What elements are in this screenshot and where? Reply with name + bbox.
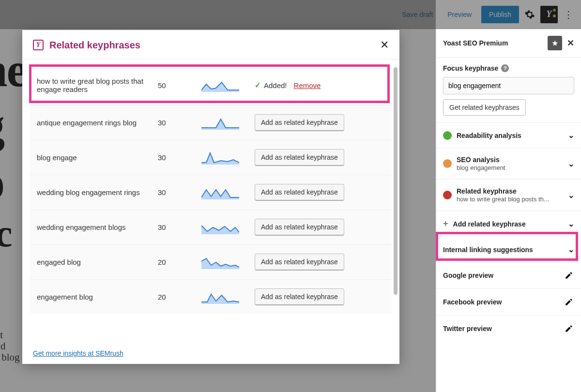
keyphrase-row: engagement blog 20 Add as related keyphr… xyxy=(30,280,392,314)
related-keyphrase-row[interactable]: Related keyphrasehow to write great blog… xyxy=(436,180,581,211)
add-keyphrase-button[interactable]: Add as related keyphrase xyxy=(255,219,344,236)
close-sidebar-icon[interactable]: ✕ xyxy=(567,38,574,48)
edit-icon xyxy=(564,323,574,334)
keyphrase-row: wedding engagement blogs 30 Add as relat… xyxy=(30,210,392,245)
keyphrase-text: engaged blog xyxy=(37,258,158,266)
keyphrase-text: blog engage xyxy=(37,153,158,162)
help-icon[interactable]: ? xyxy=(501,64,509,72)
add-keyphrase-button[interactable]: Add as related keyphrase xyxy=(255,254,344,271)
keyphrase-volume: 30 xyxy=(158,153,201,162)
focus-keyphrase-input[interactable] xyxy=(443,77,574,94)
chevron-down-icon: ⌄ xyxy=(568,219,574,228)
sidebar-panel-title: Yoast SEO Premium xyxy=(443,39,508,47)
keyphrase-text: antique engagement rings blog xyxy=(37,119,158,127)
keyphrase-row: blog engage 30 Add as related keyphrase xyxy=(30,140,392,175)
check-icon: ✓ xyxy=(255,81,261,90)
smiley-green-icon xyxy=(443,131,452,140)
keyphrase-volume: 30 xyxy=(158,188,201,196)
add-keyphrase-button[interactable]: Add as related keyphrase xyxy=(255,149,344,166)
add-keyphrase-button[interactable]: Add as related keyphrase xyxy=(255,288,344,305)
seo-analysis-row[interactable]: SEO analysisblog engagement ⌄ xyxy=(436,148,581,180)
chevron-down-icon: ⌄ xyxy=(568,245,574,254)
keyphrase-row: antique engagement rings blog 30 Add as … xyxy=(30,106,392,140)
smiley-orange-icon xyxy=(443,159,452,168)
add-keyphrase-button[interactable]: Add as related keyphrase xyxy=(255,114,344,131)
keyphrase-text: how to write great blog posts that engag… xyxy=(37,77,158,93)
edit-icon xyxy=(564,270,574,281)
remove-keyphrase-link[interactable]: Remove xyxy=(294,81,321,90)
keyphrase-row: wedding blog engagement rings 30 Add as … xyxy=(30,175,392,210)
keyphrase-volume: 20 xyxy=(158,258,201,266)
trend-sparkline xyxy=(201,116,255,130)
keyphrase-volume: 30 xyxy=(158,119,201,127)
add-related-keyphrase-row[interactable]: + Add related keyphrase ⌄ xyxy=(436,211,581,237)
modal-backdrop-top xyxy=(0,0,581,29)
trend-sparkline xyxy=(201,186,255,199)
add-keyphrase-button[interactable]: Add as related keyphrase xyxy=(255,184,344,201)
focus-keyphrase-label: Focus keyphrase xyxy=(443,64,498,72)
get-related-keyphrases-button[interactable]: Get related keyphrases xyxy=(443,99,526,116)
keyphrase-text: wedding engagement blogs xyxy=(37,223,158,231)
star-icon[interactable]: ★ xyxy=(548,36,562,50)
edit-icon xyxy=(564,297,574,307)
keyphrase-row: engaged blog 20 Add as related keyphrase xyxy=(30,245,392,280)
close-modal-icon[interactable]: ✕ xyxy=(380,39,389,51)
keyphrase-text: engagement blog xyxy=(37,293,158,301)
trend-sparkline xyxy=(201,256,255,269)
plus-icon: + xyxy=(443,219,448,229)
facebook-preview-row[interactable]: Facebook preview xyxy=(436,289,581,316)
yoast-sidebar: Yoast SEO Premium ★ ✕ Focus keyphrase ? … xyxy=(436,29,581,392)
keyphrase-volume: 30 xyxy=(158,223,201,231)
chevron-down-icon: ⌄ xyxy=(568,131,574,140)
twitter-preview-row[interactable]: Twitter preview xyxy=(436,316,581,342)
keyphrase-volume: 50 xyxy=(158,81,201,90)
trend-sparkline xyxy=(201,78,255,92)
yoast-logo-icon: Y xyxy=(33,40,44,50)
trend-sparkline xyxy=(201,221,255,234)
scrollbar[interactable] xyxy=(394,67,398,295)
keyphrase-text: wedding blog engagement rings xyxy=(37,188,158,196)
readability-row[interactable]: Readability analysis ⌄ xyxy=(436,123,581,148)
modal-title: Related keyphrases xyxy=(49,40,140,51)
chevron-down-icon: ⌄ xyxy=(568,159,574,168)
chevron-down-icon: ⌄ xyxy=(568,191,574,200)
trend-sparkline xyxy=(201,290,255,304)
keyphrase-volume: 20 xyxy=(158,293,201,301)
semrush-link[interactable]: Get more insights at SEMrush xyxy=(33,349,123,357)
keyphrase-row: how to write great blog posts that engag… xyxy=(30,65,392,106)
added-label: Added! xyxy=(264,81,287,90)
google-preview-row[interactable]: Google preview xyxy=(436,262,581,289)
smiley-red-icon xyxy=(443,191,452,199)
related-keyphrases-modal: Y Related keyphrases ✕ how to write grea… xyxy=(22,30,399,364)
trend-sparkline xyxy=(201,151,255,165)
internal-linking-row[interactable]: Internal linking suggestions ⌄ xyxy=(436,237,581,262)
